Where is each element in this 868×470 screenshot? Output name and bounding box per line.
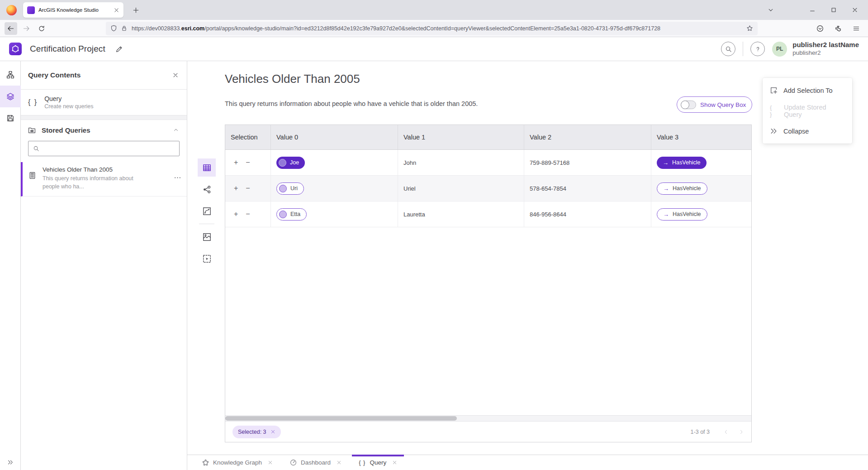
add-to-selection-button[interactable]: + [234,159,238,166]
scrollbar-thumb[interactable] [225,416,457,421]
tab-close-icon[interactable] [114,7,119,13]
value1-cell: Uriel [398,176,524,201]
selected-count-chip[interactable]: Selected: 3 [232,426,281,438]
firefox-logo-icon[interactable] [6,5,17,15]
remove-from-selection-button[interactable]: − [246,185,250,192]
entity-pill[interactable]: Etta [276,208,307,221]
menu-item-collapse[interactable]: Collapse [763,121,852,141]
panel-title: Query Contents [28,71,81,79]
column-header[interactable]: Value 3 [651,125,751,149]
minimize-button[interactable] [809,7,816,13]
next-page-icon[interactable] [739,429,744,435]
remove-from-selection-button[interactable]: − [246,159,250,166]
relationship-label: HasVehicle [672,159,701,166]
relationship-pill[interactable]: →HasVehicle [657,182,707,195]
app-header: Certification Project PL publisher2 last… [0,37,868,61]
add-to-selection-button[interactable]: + [234,211,238,218]
stored-query-item[interactable]: Vehicles Older Than 2005 This query retu… [21,162,187,197]
extensions-puzzle-icon[interactable] [835,25,842,32]
edit-title-pencil-icon[interactable] [115,45,123,53]
menu-item-update-stored-query: { }Update Stored Query [763,101,852,121]
rail-item-save[interactable] [0,107,21,129]
search-input[interactable] [43,145,175,152]
rail-item-layers[interactable] [0,86,21,107]
arcgis-knowledge-logo-icon[interactable] [9,43,22,55]
new-tab-button[interactable] [133,7,139,14]
close-tab-icon[interactable] [392,460,397,465]
back-button[interactable] [5,22,17,35]
column-header[interactable]: Value 1 [398,125,524,149]
toggle-label: Show Query Box [700,101,746,108]
pocket-icon[interactable] [816,25,824,32]
chevron-up-icon[interactable] [173,127,179,133]
hamburger-menu-icon[interactable] [853,25,860,32]
add-to-selection-button[interactable]: + [234,185,238,192]
close-panel-icon[interactable] [172,72,179,78]
bottom-tab-dashboard[interactable]: Dashboard [283,455,348,470]
list-tabs-icon[interactable] [768,7,774,13]
menu-item-label: Add Selection To [783,87,833,94]
help-button[interactable] [750,42,765,56]
bottom-tab-knowledge-graph[interactable]: Knowledge Graph [195,455,280,470]
stored-queries-search[interactable] [28,141,180,156]
header-divider [743,42,743,56]
value2-cell: 578-654-7854 [524,176,651,201]
stored-query-title: Vehicles Older Than 2005 [43,166,171,173]
item-options-ellipsis-icon[interactable] [174,174,181,182]
column-header[interactable]: Selection [225,125,270,149]
column-header[interactable]: Value 2 [524,125,651,149]
query-item[interactable]: { } Query Create new queries [21,90,187,115]
horizontal-scrollbar[interactable] [225,415,751,421]
table-body: +−JoeJohn759-889-57168→HasVehicle+−UriUr… [225,150,751,415]
column-header[interactable]: Value 0 [270,125,398,149]
prev-page-icon[interactable] [723,429,729,435]
rail-item-org-chart[interactable] [0,64,21,86]
value3-cell: →HasVehicle [651,201,751,227]
remove-from-selection-button[interactable]: − [246,211,250,218]
query-item-title: Query [44,95,93,102]
relationship-pill[interactable]: →HasVehicle [657,208,707,221]
user-username: publisher2 [792,49,859,57]
braces-icon: { } [359,459,365,466]
maximize-button[interactable] [830,7,837,13]
arrow-right-icon: → [663,211,669,218]
stored-queries-header[interactable]: Stored Queries [21,120,187,140]
close-tab-icon[interactable] [337,460,342,465]
view-toolbar-map-button[interactable] [198,228,216,246]
map-icon [203,233,211,241]
view-toolbar-table-button[interactable] [198,158,216,177]
menu-item-add-selection-to[interactable]: Add Selection To [763,80,852,101]
clear-selection-icon[interactable] [270,429,275,434]
arrow-right-icon: → [663,185,669,192]
page-description: This query returns information about peo… [225,100,478,107]
entity-label: Joe [290,159,299,166]
pagination-controls [723,429,744,435]
view-toolbar-node-link-button[interactable] [198,180,216,198]
show-query-box-toggle[interactable]: Show Query Box [677,96,752,113]
user-avatar[interactable]: PL [772,42,787,57]
expand-panel-button[interactable] [0,459,21,465]
entity-pill[interactable]: Joe [276,157,305,169]
lock-icon[interactable] [121,25,128,32]
bookmark-star-icon[interactable] [746,25,753,32]
relationship-pill[interactable]: →HasVehicle [657,157,707,169]
arcgis-favicon-icon [27,6,35,14]
forward-button[interactable] [20,22,33,35]
table-footer: Selected: 3 1-3 of 3 [225,421,751,442]
view-toolbar-select-area-button[interactable] [198,249,216,268]
reload-button[interactable] [35,22,48,35]
braces-icon: { } [28,98,38,106]
bottom-tab-query[interactable]: { }Query [352,455,404,470]
close-tab-icon[interactable] [268,460,273,465]
reload-icon [38,25,45,32]
url-bar[interactable]: https://dev0028833.esri.com/portal/apps/… [106,22,758,35]
browser-tab[interactable]: ArcGIS Knowledge Studio [23,2,123,18]
entity-pill[interactable]: Uri [276,182,304,195]
value3-cell: →HasVehicle [651,176,751,201]
search-button[interactable] [721,42,735,56]
toggle-switch[interactable] [681,101,696,109]
shield-icon[interactable] [110,25,117,32]
user-info[interactable]: publisher2 lastName publisher2 [792,41,862,57]
close-window-button[interactable] [852,7,858,13]
view-toolbar-link-chart-button[interactable] [198,202,216,220]
